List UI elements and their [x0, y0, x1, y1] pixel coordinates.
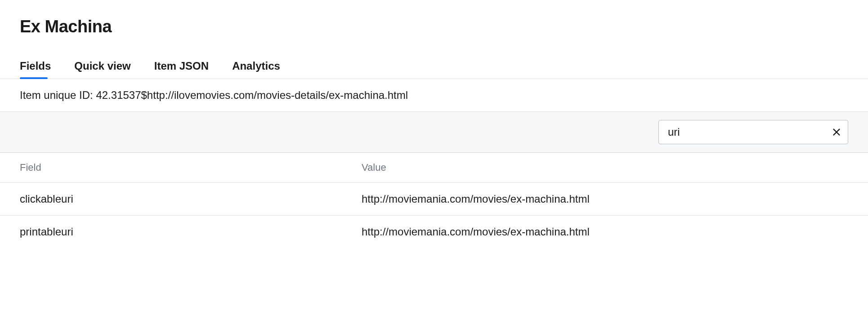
- table-row: printableuri http://moviemania.com/movie…: [0, 216, 868, 248]
- item-id-label: Item unique ID:: [20, 89, 96, 101]
- tab-fields[interactable]: Fields: [20, 60, 51, 79]
- field-name: printableuri: [20, 226, 362, 238]
- item-unique-id: Item unique ID: 42.31537$http://ilovemov…: [0, 79, 868, 112]
- column-header-field: Field: [20, 162, 362, 173]
- search-row: [0, 112, 868, 153]
- table-row: clickableuri http://moviemania.com/movie…: [0, 183, 868, 216]
- fields-table: Field Value clickableuri http://movieman…: [0, 153, 868, 248]
- tab-item-json[interactable]: Item JSON: [154, 60, 209, 79]
- item-id-value: 42.31537$http://ilovemovies.com/movies-d…: [96, 89, 408, 101]
- column-header-value: Value: [362, 162, 848, 173]
- field-value: http://moviemania.com/movies/ex-machina.…: [362, 193, 848, 205]
- field-name: clickableuri: [20, 193, 362, 205]
- search-box: [658, 120, 848, 144]
- page-title: Ex Machina: [20, 17, 848, 36]
- tab-quick-view[interactable]: Quick view: [74, 60, 130, 79]
- table-header: Field Value: [0, 153, 868, 183]
- tabs: Fields Quick view Item JSON Analytics: [0, 36, 868, 79]
- clear-search-button[interactable]: [830, 126, 843, 138]
- close-icon: [832, 127, 841, 137]
- search-input[interactable]: [658, 120, 848, 144]
- tab-analytics[interactable]: Analytics: [232, 60, 280, 79]
- field-value: http://moviemania.com/movies/ex-machina.…: [362, 226, 848, 238]
